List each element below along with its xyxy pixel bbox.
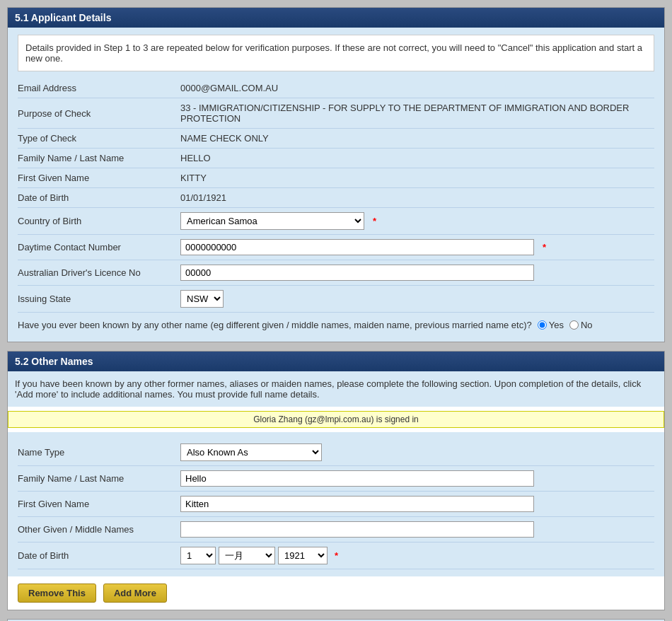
- licence-row: Australian Driver's Licence No: [18, 260, 654, 286]
- dob-label-51: Date of Birth: [18, 192, 180, 203]
- family-name-value: HELLO: [180, 153, 654, 163]
- email-label: Email Address: [18, 83, 180, 93]
- no-radio-label[interactable]: No: [569, 320, 593, 330]
- first-given-row: First Given Name KITTY: [18, 168, 654, 188]
- add-more-button[interactable]: Add More: [103, 584, 167, 603]
- section-51-header: 5.1 Applicant Details: [8, 8, 664, 28]
- dob-month-select[interactable]: 一月二月三月四月 五月六月七月八月 九月十月十一月十二月: [219, 547, 275, 564]
- email-value: 0000@GMAIL.COM.AU: [180, 83, 654, 93]
- section-52: 5.2 Other Names If you have been known b…: [7, 351, 665, 610]
- other-name-question-row: Have you ever been known by any other na…: [18, 313, 654, 335]
- other-given-label: Other Given / Middle Names: [18, 524, 180, 535]
- purpose-label: Purpose of Check: [18, 108, 180, 119]
- country-row: Country of Birth American Samoa Australi…: [18, 208, 654, 235]
- no-label: No: [581, 320, 593, 330]
- dob-52-label: Date of Birth: [18, 550, 180, 561]
- no-radio[interactable]: [569, 320, 579, 330]
- family-name-52-input[interactable]: [180, 470, 534, 487]
- name-type-select[interactable]: Also Known As Maiden Name Previous Marri…: [180, 443, 322, 461]
- type-check-value: NAME CHECK ONLY: [180, 133, 654, 144]
- family-name-52-label: Family Name / Last Name: [18, 473, 180, 484]
- dob-value-51: 01/01/1921: [180, 192, 654, 203]
- first-given-52-label: First Given Name: [18, 499, 180, 509]
- name-type-label: Name Type: [18, 447, 180, 458]
- daytime-required-star: *: [543, 242, 546, 253]
- daytime-row: Daytime Contact Number *: [18, 235, 654, 260]
- other-given-row: Other Given / Middle Names: [18, 517, 654, 542]
- first-given-52-row: First Given Name: [18, 492, 654, 517]
- yes-label: Yes: [549, 320, 564, 330]
- licence-input[interactable]: [180, 265, 534, 281]
- other-given-input[interactable]: [180, 521, 534, 538]
- first-given-value: KITTY: [180, 173, 654, 183]
- type-check-label: Type of Check: [18, 133, 180, 144]
- section-52-info: If you have been known by any other form…: [8, 371, 664, 407]
- section-51-info: Details provided in Step 1 to 3 are repe…: [18, 35, 654, 71]
- family-name-label: Family Name / Last Name: [18, 153, 180, 163]
- dob-day-select[interactable]: 12345 678910 1112131415 1617181920 21222…: [180, 547, 216, 564]
- purpose-row: Purpose of Check 33 - IMMIGRATION/CITIZE…: [18, 98, 654, 129]
- issuing-state-row: Issuing State NSW VIC QLD SA WA TAS NT A…: [18, 286, 654, 313]
- name-type-row: Name Type Also Known As Maiden Name Prev…: [18, 439, 654, 466]
- dob-year-select[interactable]: 192119221920: [278, 547, 328, 564]
- purpose-value: 33 - IMMIGRATION/CITIZENSHIP - FOR SUPPL…: [180, 103, 654, 124]
- licence-label: Australian Driver's Licence No: [18, 267, 180, 278]
- daytime-label: Daytime Contact Number: [18, 242, 180, 253]
- first-given-52-input[interactable]: [180, 496, 534, 512]
- dob-row-51: Date of Birth 01/01/1921: [18, 188, 654, 208]
- signed-in-bar: Gloria Zhang (gz@lmpi.com.au) is signed …: [8, 411, 664, 428]
- first-given-label: First Given Name: [18, 173, 180, 183]
- yes-radio-label[interactable]: Yes: [538, 320, 564, 330]
- yes-radio[interactable]: [538, 320, 547, 330]
- issuing-state-select[interactable]: NSW VIC QLD SA WA TAS NT ACT: [180, 290, 224, 308]
- daytime-input[interactable]: [180, 239, 534, 255]
- family-name-52-row: Family Name / Last Name: [18, 466, 654, 492]
- country-select[interactable]: American Samoa Australia New Zealand Uni…: [180, 212, 364, 230]
- dob-required-star: *: [335, 550, 338, 561]
- type-check-row: Type of Check NAME CHECK ONLY: [18, 129, 654, 149]
- section-51: 5.1 Applicant Details Details provided i…: [7, 7, 665, 342]
- country-label: Country of Birth: [18, 216, 180, 226]
- other-name-question-text: Have you ever been known by any other na…: [18, 320, 532, 330]
- section-52-header: 5.2 Other Names: [8, 352, 664, 371]
- family-name-row: Family Name / Last Name HELLO: [18, 149, 654, 168]
- email-row: Email Address 0000@GMAIL.COM.AU: [18, 79, 654, 98]
- other-names-button-row: Remove This Add More: [8, 576, 664, 610]
- issuing-state-label: Issuing State: [18, 294, 180, 304]
- dob-52-controls: 12345 678910 1112131415 1617181920 21222…: [180, 547, 338, 564]
- remove-this-button[interactable]: Remove This: [18, 584, 96, 603]
- dob-52-row: Date of Birth 12345 678910 1112131415 16…: [18, 542, 654, 569]
- country-required-star: *: [373, 216, 376, 226]
